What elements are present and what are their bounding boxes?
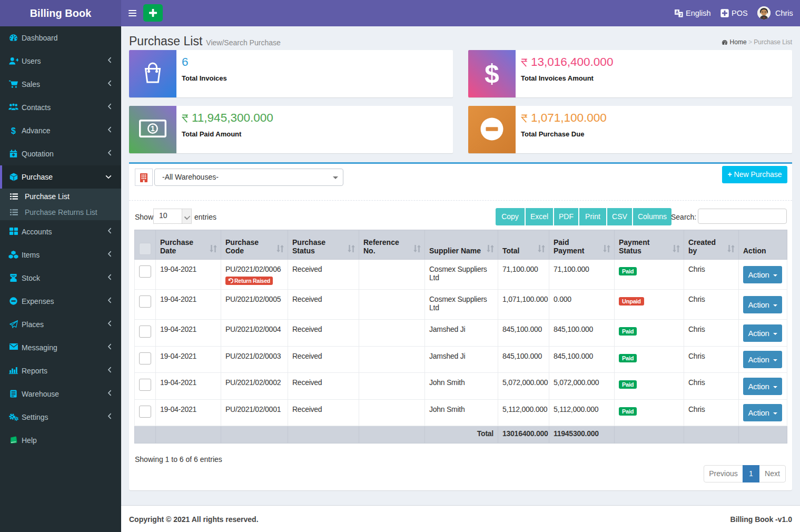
svg-text:1: 1: [151, 124, 155, 133]
